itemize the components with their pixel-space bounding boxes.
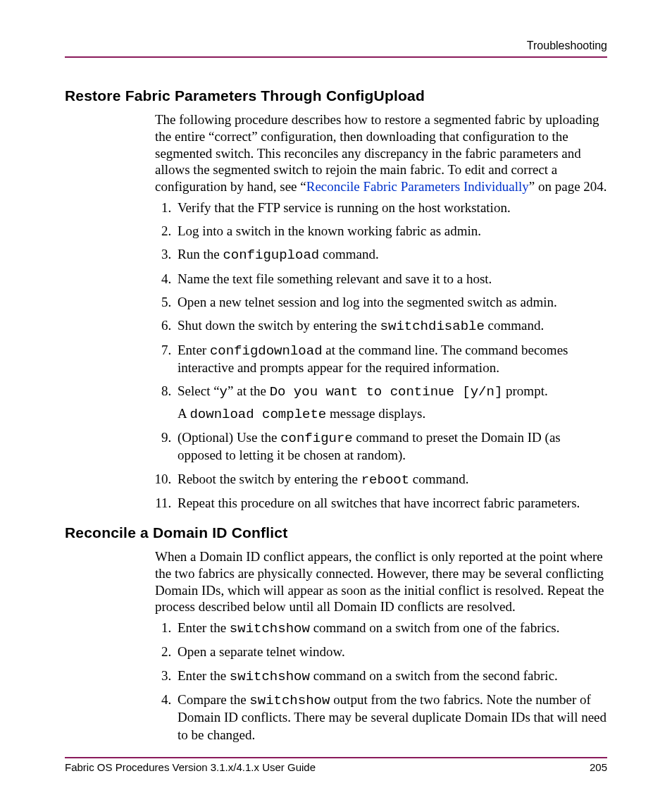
text: Run the <box>178 247 223 261</box>
text: command on a switch from one of the fabr… <box>310 620 560 635</box>
list-item: Reboot the switch by entering the reboot… <box>175 471 607 488</box>
footer-title: Fabric OS Procedures Version 3.1.x/4.1.x… <box>65 761 316 773</box>
cmd-switchshow: switchshow <box>249 693 330 708</box>
footer-rule <box>65 757 607 758</box>
text: Compare the <box>178 692 249 707</box>
footer: Fabric OS Procedures Version 3.1.x/4.1.x… <box>65 757 607 773</box>
heading-restore-fabric: Restore Fabric Parameters Through Config… <box>65 87 607 104</box>
cmd-switchshow: switchshow <box>230 621 310 636</box>
msg-download-complete: download complete <box>189 407 326 422</box>
text: A <box>178 406 189 421</box>
running-header: Troubleshooting <box>65 39 607 56</box>
list-item: Log into a switch in the known working f… <box>175 223 607 240</box>
list-item: Shut down the switch by entering the swi… <box>175 317 607 335</box>
list-item: Name the text file something relevant an… <box>175 271 607 288</box>
section1-steps: Verify that the FTP service is running o… <box>155 199 607 512</box>
section1-body: The following procedure describes how to… <box>155 111 607 512</box>
text: command. <box>485 318 544 333</box>
list-item: Repeat this procedure on all switches th… <box>175 495 607 512</box>
cmd-configdownload: configdownload <box>210 343 323 359</box>
text: Enter <box>178 343 210 357</box>
text: (Optional) Use the <box>178 430 280 445</box>
section2-body: When a Domain ID conflict appears, the c… <box>155 548 607 744</box>
list-item: Compare the switchshow output from the t… <box>175 691 607 744</box>
list-item: Enter the switchshow command on a switch… <box>175 620 607 637</box>
text: Select “ <box>178 383 220 398</box>
section2-steps: Enter the switchshow command on a switch… <box>155 620 607 744</box>
list-item: Open a new telnet session and log into t… <box>175 294 607 311</box>
text: command on a switch from the second fabr… <box>310 668 558 683</box>
heading-reconcile-domain-id: Reconcile a Domain ID Conflict <box>65 524 607 541</box>
cmd-y: y <box>220 384 228 400</box>
list-item: Verify that the FTP service is running o… <box>175 199 607 216</box>
cmd-switchshow: switchshow <box>230 669 310 684</box>
list-item: (Optional) Use the configure command to … <box>175 429 607 464</box>
text: Shut down the switch by entering the <box>178 318 380 333</box>
link-reconcile-individually[interactable]: Reconcile Fabric Parameters Individually <box>306 179 529 194</box>
cmd-configupload: configupload <box>223 247 319 263</box>
list-item: Enter configdownload at the command line… <box>175 342 607 377</box>
section1-intro: The following procedure describes how to… <box>155 111 607 195</box>
prompt-continue: Do you want to continue [y/n] <box>270 384 503 400</box>
cmd-reboot: reboot <box>361 472 409 488</box>
text: message displays. <box>326 406 425 421</box>
section2-intro: When a Domain ID conflict appears, the c… <box>155 548 607 615</box>
list-item: Run the configupload command. <box>175 246 607 264</box>
text: command. <box>319 247 378 261</box>
text: Reboot the switch by entering the <box>178 472 361 486</box>
text: Enter the <box>178 668 230 683</box>
list-item: Select “y” at the Do you want to continu… <box>175 383 607 423</box>
list-item: Open a separate telnet window. <box>175 643 607 660</box>
page: Troubleshooting Restore Fabric Parameter… <box>0 0 672 807</box>
text: ” at the <box>228 383 270 398</box>
text: Enter the <box>178 620 230 635</box>
header-rule <box>65 56 607 58</box>
page-number: 205 <box>590 761 607 773</box>
intro-post: ” on page 204. <box>529 179 607 194</box>
text: prompt. <box>502 383 547 398</box>
list-item: Enter the switchshow command on a switch… <box>175 667 607 685</box>
step8-result: A download complete message displays. <box>178 405 607 423</box>
text: command. <box>409 472 468 486</box>
cmd-configure: configure <box>280 431 353 446</box>
cmd-switchdisable: switchdisable <box>380 319 485 334</box>
